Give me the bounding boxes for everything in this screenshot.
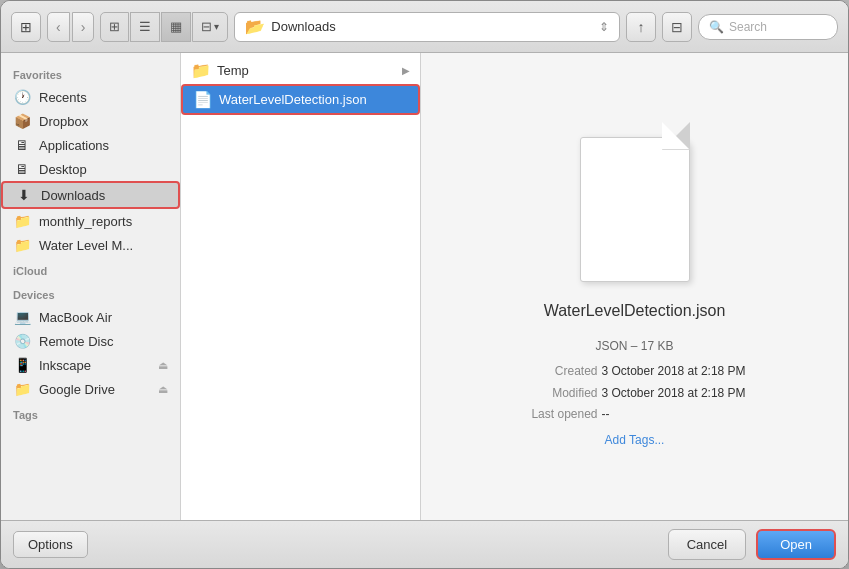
sidebar-item-recents[interactable]: 🕐 Recents: [1, 85, 180, 109]
add-tags-container: Add Tags...: [508, 430, 762, 452]
sidebar-item-downloads[interactable]: ⬇ Downloads: [1, 181, 180, 209]
sidebar-item-desktop[interactable]: 🖥 Desktop: [1, 157, 180, 181]
bottom-bar: Options Cancel Open: [1, 520, 848, 568]
file-name: WaterLevelDetection.json: [219, 92, 367, 107]
file-item-json[interactable]: 📄 WaterLevelDetection.json: [181, 84, 420, 115]
search-bar: 🔍 Search: [698, 14, 838, 40]
modified-value: 3 October 2018 at 2:18 PM: [602, 383, 762, 405]
inkscape-icon: 📱: [13, 357, 31, 373]
last-opened-label: Last opened: [508, 404, 598, 426]
sidebar-item-label: Google Drive: [39, 382, 115, 397]
location-folder-icon: 📂: [245, 17, 265, 36]
created-label: Created: [508, 361, 598, 383]
desktop-icon: 🖥: [13, 161, 31, 177]
eject-icon[interactable]: ⏏: [158, 359, 168, 372]
view-coverflow-button[interactable]: ⊟▾: [192, 12, 228, 42]
icloud-label: iCloud: [1, 257, 180, 281]
sidebar-item-inkscape[interactable]: 📱 Inkscape ⏏: [1, 353, 180, 377]
back-button[interactable]: ‹: [47, 12, 70, 42]
content-area: 📁 Temp ▶ 📄 WaterLevelDetection.json: [181, 53, 848, 520]
sidebar-item-label: Applications: [39, 138, 109, 153]
sidebar-item-water-level[interactable]: 📁 Water Level M...: [1, 233, 180, 257]
sidebar-item-applications[interactable]: 🖥 Applications: [1, 133, 180, 157]
preview-meta: JSON – 17 KB Created 3 October 2018 at 2…: [508, 336, 762, 452]
sidebar-item-label: Recents: [39, 90, 87, 105]
view-grid2-button[interactable]: ⊞: [100, 12, 129, 42]
location-arrows: ⇕: [599, 20, 609, 34]
search-icon: 🔍: [709, 20, 724, 34]
view-group: ⊞ ☰ ▦ ⊟▾: [100, 12, 228, 42]
sidebar-item-remote-disc[interactable]: 💿 Remote Disc: [1, 329, 180, 353]
add-tags-link[interactable]: Add Tags...: [605, 433, 665, 447]
remote-disc-icon: 💿: [13, 333, 31, 349]
finder-window: ⊞ ‹ › ⊞ ☰ ▦ ⊟▾ 📂 Downloads ⇕ ↑ ⊟ 🔍 Searc…: [0, 0, 849, 569]
monthly-reports-icon: 📁: [13, 213, 31, 229]
nav-group: ‹ ›: [47, 12, 94, 42]
created-row: Created 3 October 2018 at 2:18 PM: [508, 361, 762, 383]
file-name: Temp: [217, 63, 249, 78]
sidebar-item-label: Downloads: [41, 188, 105, 203]
file-list: 📁 Temp ▶ 📄 WaterLevelDetection.json: [181, 53, 421, 520]
main-area: Favorites 🕐 Recents 📦 Dropbox 🖥 Applicat…: [1, 53, 848, 520]
forward-button[interactable]: ›: [72, 12, 95, 42]
file-item-temp[interactable]: 📁 Temp ▶: [181, 57, 420, 84]
sidebar-item-monthly-reports[interactable]: 📁 monthly_reports: [1, 209, 180, 233]
sidebar-item-label: monthly_reports: [39, 214, 132, 229]
folder-icon-temp: 📁: [191, 61, 211, 80]
doc-body: [580, 137, 690, 282]
sidebar-item-label: Dropbox: [39, 114, 88, 129]
sidebar-item-google-drive[interactable]: 📁 Google Drive ⏏: [1, 377, 180, 401]
tags-label: Tags: [1, 401, 180, 425]
modified-label: Modified: [508, 383, 598, 405]
preview-area: WaterLevelDetection.json JSON – 17 KB Cr…: [421, 53, 848, 520]
eject-icon-drive[interactable]: ⏏: [158, 383, 168, 396]
bottom-right: Cancel Open: [668, 529, 836, 560]
preview-filename: WaterLevelDetection.json: [544, 302, 726, 320]
open-button[interactable]: Open: [756, 529, 836, 560]
location-text: Downloads: [271, 19, 335, 34]
json-file-icon: 📄: [193, 90, 213, 109]
share-button[interactable]: ↑: [626, 12, 656, 42]
macbook-icon: 💻: [13, 309, 31, 325]
downloads-icon: ⬇: [15, 187, 33, 203]
modified-row: Modified 3 October 2018 at 2:18 PM: [508, 383, 762, 405]
last-opened-row: Last opened --: [508, 404, 762, 426]
sidebar-item-label: Water Level M...: [39, 238, 133, 253]
applications-icon: 🖥: [13, 137, 31, 153]
google-drive-icon: 📁: [13, 381, 31, 397]
devices-label: Devices: [1, 281, 180, 305]
expand-icon: ▶: [402, 65, 410, 76]
sidebar-item-dropbox[interactable]: 📦 Dropbox: [1, 109, 180, 133]
location-bar[interactable]: 📂 Downloads ⇕: [234, 12, 620, 42]
view-column-button[interactable]: ▦: [161, 12, 191, 42]
search-placeholder: Search: [729, 20, 767, 34]
toolbar: ⊞ ‹ › ⊞ ☰ ▦ ⊟▾ 📂 Downloads ⇕ ↑ ⊟ 🔍 Searc…: [1, 1, 848, 53]
last-opened-value: --: [602, 404, 762, 426]
sidebar-item-macbook-air[interactable]: 💻 MacBook Air: [1, 305, 180, 329]
water-level-icon: 📁: [13, 237, 31, 253]
sidebar-item-label: MacBook Air: [39, 310, 112, 325]
sidebar-item-label: Remote Disc: [39, 334, 113, 349]
dropbox-icon: 📦: [13, 113, 31, 129]
sidebar-item-label: Inkscape: [39, 358, 91, 373]
file-type-size: JSON – 17 KB: [508, 336, 762, 358]
recents-icon: 🕐: [13, 89, 31, 105]
sidebar: Favorites 🕐 Recents 📦 Dropbox 🖥 Applicat…: [1, 53, 181, 520]
file-preview-icon: [570, 122, 700, 282]
created-value: 3 October 2018 at 2:18 PM: [602, 361, 762, 383]
cancel-button[interactable]: Cancel: [668, 529, 746, 560]
options-button[interactable]: Options: [13, 531, 88, 558]
sidebar-item-label: Desktop: [39, 162, 87, 177]
tag-button[interactable]: ⊟: [662, 12, 692, 42]
sidebar-toggle-button[interactable]: ⊞: [11, 12, 41, 42]
view-list-button[interactable]: ☰: [130, 12, 160, 42]
favorites-label: Favorites: [1, 61, 180, 85]
